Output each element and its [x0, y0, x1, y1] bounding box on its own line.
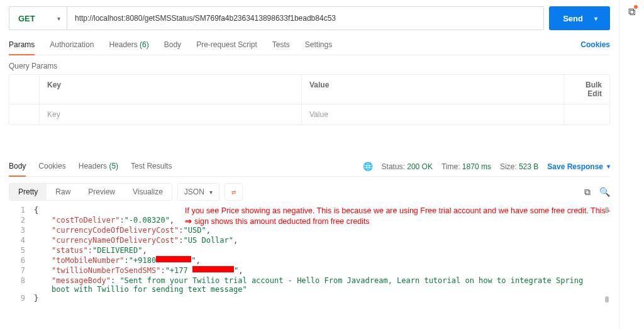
send-button-label: Send — [563, 14, 583, 23]
redaction-block — [192, 266, 234, 272]
chevron-down-icon: ▾ — [594, 15, 597, 22]
chevron-down-icon: ▾ — [607, 163, 610, 170]
copy-icon[interactable]: ⧉ — [584, 187, 591, 198]
tab-headers[interactable]: Headers (6) — [109, 40, 148, 55]
tab-body[interactable]: Body — [164, 40, 181, 55]
globe-icon[interactable]: 🌐 — [363, 162, 373, 171]
row-checkbox-header — [9, 75, 40, 104]
col-header-key: Key — [40, 75, 302, 104]
redaction-block — [156, 256, 191, 262]
resp-tab-test-results[interactable]: Test Results — [131, 162, 172, 176]
time-block: Time: 1870 ms — [441, 162, 491, 171]
notification-dot-icon — [634, 5, 638, 9]
tab-params[interactable]: Params — [9, 40, 35, 55]
row-checkbox[interactable] — [9, 104, 40, 125]
response-tabs: Body Cookies Headers (5) Test Results — [9, 162, 172, 176]
request-url-text: http://localhost:8080/getSMSStatus/SM769… — [75, 14, 336, 23]
query-params-heading: Query Params — [9, 62, 610, 70]
status-block: Status: 200 OK — [382, 162, 433, 171]
save-response-button[interactable]: Save Response▾ — [547, 162, 610, 171]
view-preview[interactable]: Preview — [79, 184, 124, 200]
tab-settings[interactable]: Settings — [305, 40, 332, 55]
http-method-label: GET — [18, 14, 35, 23]
resp-tab-headers[interactable]: Headers (5) — [79, 162, 118, 176]
arrow-icon: ⇒ — [185, 217, 192, 226]
row-trailing — [564, 104, 609, 125]
http-method-select[interactable]: GET ▾ — [9, 6, 67, 30]
size-block: Size: 523 B — [500, 162, 538, 171]
resp-tab-body[interactable]: Body — [9, 162, 26, 177]
body-view-tabs: Pretty Raw Preview Visualize — [9, 183, 172, 201]
cookies-link[interactable]: Cookies — [580, 40, 610, 49]
bulk-edit-link[interactable]: Bulk Edit — [564, 75, 609, 104]
chevron-down-icon: ▾ — [209, 189, 213, 196]
search-icon[interactable]: 🔍 — [599, 187, 610, 197]
value-input[interactable]: Value — [302, 104, 564, 125]
tab-prerequest[interactable]: Pre-request Script — [196, 40, 257, 55]
request-url-input[interactable]: http://localhost:8080/getSMSStatus/SM769… — [67, 6, 544, 30]
key-input[interactable]: Key — [40, 104, 302, 125]
language-dropdown[interactable]: JSON ▾ — [177, 183, 219, 201]
send-button[interactable]: Send ▾ — [549, 6, 610, 30]
col-header-value: Value — [302, 75, 564, 104]
chevron-down-icon: ▾ — [57, 15, 60, 22]
response-body: If you see Price showing as negative. Th… — [9, 206, 610, 304]
annotation-text: If you see Price showing as negative. Th… — [185, 206, 613, 227]
view-raw[interactable]: Raw — [47, 184, 79, 200]
tab-tests[interactable]: Tests — [272, 40, 290, 55]
wrap-lines-button[interactable]: ⇄ — [225, 183, 243, 201]
scrollbar-thumb[interactable] — [605, 296, 609, 303]
view-visualize[interactable]: Visualize — [124, 184, 172, 200]
right-sidebar: ⧉ — [619, 0, 644, 329]
resp-tab-cookies[interactable]: Cookies — [38, 162, 65, 176]
view-pretty[interactable]: Pretty — [9, 184, 47, 200]
query-params-table: Key Value Bulk Edit Key Value — [9, 74, 610, 125]
request-tabs: Params Authorization Headers (6) Body Pr… — [9, 40, 610, 55]
tab-authorization[interactable]: Authorization — [50, 40, 94, 55]
